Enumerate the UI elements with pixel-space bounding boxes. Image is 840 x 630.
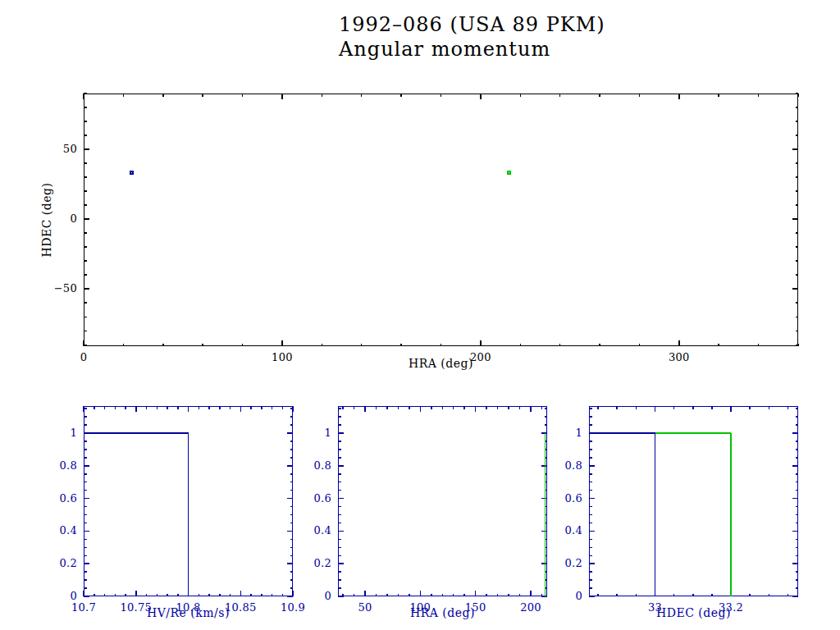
axis-tick (338, 571, 341, 573)
axis-tick (338, 523, 341, 524)
axis-tick (589, 579, 592, 581)
axis-tick (104, 406, 106, 409)
x-tick-label: 200 (452, 351, 509, 364)
axis-tick (84, 547, 87, 549)
axis-tick (386, 406, 388, 409)
axis-tick (338, 555, 341, 557)
axis-tick (589, 482, 592, 483)
axis-tick (342, 594, 344, 597)
axis-tick (442, 406, 444, 409)
axis-tick (409, 594, 410, 597)
axis-tick (545, 424, 548, 426)
axis-tick (123, 344, 125, 347)
axis-tick (290, 441, 294, 442)
axis-tick (530, 591, 532, 596)
axis-tick (475, 591, 477, 596)
axis-tick (84, 302, 87, 304)
axis-tick (589, 587, 592, 589)
axis-tick (559, 344, 561, 347)
green-hdec-histogram-segment (655, 432, 732, 434)
axis-tick (749, 406, 751, 409)
axis-tick (420, 406, 422, 412)
axis-tick (711, 594, 713, 597)
axis-tick (796, 302, 799, 304)
green-hdec-histogram-segment (730, 433, 732, 596)
axis-tick (796, 514, 799, 516)
axis-tick (84, 441, 87, 442)
plot-canvas: 1992–086 (USA 89 PKM) Angular momentum H… (0, 0, 840, 630)
axis-tick (83, 94, 84, 99)
axis-tick (796, 547, 799, 549)
axis-tick (769, 406, 770, 409)
axis-tick (796, 555, 799, 557)
axis-tick (338, 424, 341, 426)
axis-tick (589, 596, 595, 597)
hdec-histogram-frame (589, 406, 798, 596)
axis-tick (338, 432, 344, 434)
x-tick-label: 0 (55, 351, 112, 364)
x-tick-label: 100 (253, 351, 311, 364)
axis-tick (431, 594, 432, 597)
axis-tick (84, 345, 87, 346)
axis-tick (589, 498, 595, 500)
axis-tick (94, 406, 95, 409)
axis-tick (589, 416, 592, 418)
axis-tick (376, 406, 377, 409)
axis-tick (796, 579, 799, 581)
axis-tick (199, 594, 200, 597)
axis-tick (678, 94, 680, 99)
axis-tick (84, 482, 87, 483)
axis-tick (796, 204, 799, 206)
axis-tick (84, 274, 87, 276)
axis-tick (420, 591, 422, 596)
axis-tick (673, 594, 675, 597)
x-tick-label: 300 (651, 351, 708, 364)
axis-tick (230, 594, 231, 597)
axis-tick (322, 94, 323, 97)
axis-tick (84, 424, 87, 426)
axis-tick (796, 162, 799, 164)
axis-tick (94, 594, 95, 597)
axis-tick (338, 498, 344, 500)
axis-tick (290, 523, 294, 524)
axis-tick (796, 317, 799, 318)
axis-tick (219, 406, 221, 409)
axis-tick (497, 594, 499, 597)
axis-tick (84, 176, 87, 178)
x-tick-label: 50 (336, 601, 394, 614)
y-tick-label: 0.6 (36, 492, 77, 505)
axis-tick (338, 506, 341, 508)
axis-tick (792, 432, 798, 434)
axis-tick (796, 523, 799, 524)
axis-tick (530, 406, 532, 412)
axis-tick (796, 345, 799, 346)
axis-tick (480, 340, 482, 346)
axis-tick (398, 594, 399, 597)
axis-tick (796, 539, 799, 541)
axis-tick (376, 594, 377, 597)
axis-tick (290, 514, 294, 516)
axis-tick (240, 406, 242, 412)
axis-tick (338, 416, 341, 418)
axis-tick (796, 473, 799, 475)
x-tick-label: 33.2 (702, 601, 760, 614)
x-tick-label: 10.7 (55, 601, 112, 614)
axis-tick (508, 594, 509, 597)
axis-tick (769, 594, 770, 597)
axis-tick (157, 594, 158, 597)
y-tick-label: 0 (36, 212, 77, 226)
y-tick-label: 0.6 (541, 492, 582, 505)
axis-tick (84, 331, 87, 332)
axis-tick (796, 121, 799, 122)
axis-tick (290, 506, 294, 508)
axis-tick (84, 506, 87, 508)
axis-tick (290, 587, 294, 589)
axis-tick (115, 406, 116, 409)
blue-hdec-histogram-segment (655, 433, 656, 596)
axis-tick (272, 594, 273, 597)
axis-tick (519, 406, 521, 409)
axis-tick (338, 457, 341, 459)
axis-tick (146, 406, 148, 409)
axis-tick (400, 344, 402, 347)
axis-tick (589, 555, 592, 557)
